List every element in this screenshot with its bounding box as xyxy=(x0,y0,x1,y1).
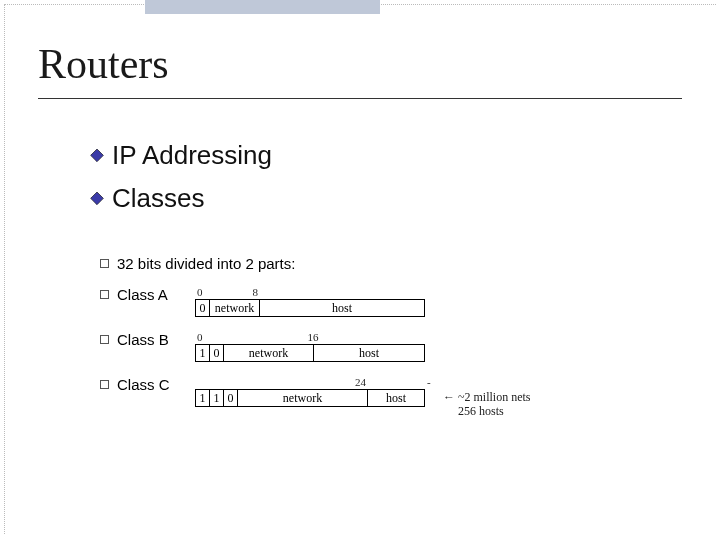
square-bullet-icon xyxy=(100,335,109,344)
square-bullet-icon xyxy=(100,290,109,299)
arrow-left-icon: ← xyxy=(443,390,455,404)
class-a-box: 0 8 0 network host xyxy=(195,286,425,317)
diamond-bullet-icon xyxy=(90,192,104,206)
annotation-line-1: ~2 million nets xyxy=(458,390,531,404)
square-bullet-icon xyxy=(100,259,109,268)
title-underline xyxy=(38,98,682,99)
class-a-ticks: 0 8 xyxy=(195,286,425,298)
class-b-network-cell: network xyxy=(224,345,314,361)
class-c-row: Class C 24 1 1 0 network host - ← ~2 mil… xyxy=(100,376,620,419)
class-b-ticks: 0 16 xyxy=(195,331,425,343)
class-b-host-cell: host xyxy=(314,345,424,361)
class-c-host-cell: host xyxy=(368,390,424,406)
tick-8: 8 xyxy=(253,286,259,298)
class-a-host-cell: host xyxy=(260,300,424,316)
svg-rect-0 xyxy=(91,149,104,162)
class-b-bit-1: 0 xyxy=(210,345,224,361)
list-item-label: Classes xyxy=(112,183,204,214)
list-item: Classes xyxy=(90,183,272,214)
class-b-box: 0 16 1 0 network host xyxy=(195,331,425,362)
class-c-ticks: 24 xyxy=(195,376,425,388)
annotation-dash: - xyxy=(427,376,531,388)
top-level-bullet-list: IP Addressing Classes xyxy=(90,140,272,226)
slide-title: Routers xyxy=(38,40,169,88)
class-c-bit-0: 1 xyxy=(196,390,210,406)
class-b-label: Class B xyxy=(117,331,195,348)
class-c-annotation: ← ~2 million nets ← 256 hosts xyxy=(443,390,531,419)
class-a-row: Class A 0 8 0 network host xyxy=(100,286,620,317)
class-c-box: 24 1 1 0 network host xyxy=(195,376,425,407)
class-c-label: Class C xyxy=(117,376,195,393)
class-b-bit-0: 1 xyxy=(196,345,210,361)
class-b-fields: 1 0 network host xyxy=(195,344,425,362)
list-item: IP Addressing xyxy=(90,140,272,171)
class-c-bit-2: 0 xyxy=(224,390,238,406)
diamond-bullet-icon xyxy=(90,149,104,163)
ip-classes-diagram: 32 bits divided into 2 parts: Class A 0 … xyxy=(100,255,620,419)
page-dotted-rule-left xyxy=(4,4,42,534)
class-c-network-cell: network xyxy=(238,390,368,406)
list-item-label: IP Addressing xyxy=(112,140,272,171)
class-c-fields: 1 1 0 network host xyxy=(195,389,425,407)
class-b-row: Class B 0 16 1 0 network host xyxy=(100,331,620,362)
class-a-leading-bit: 0 xyxy=(196,300,210,316)
class-c-bit-1: 1 xyxy=(210,390,224,406)
svg-rect-1 xyxy=(91,192,104,205)
tick-24: 24 xyxy=(355,376,366,388)
tick-16: 16 xyxy=(308,331,319,343)
class-a-fields: 0 network host xyxy=(195,299,425,317)
diagram-intro-text: 32 bits divided into 2 parts: xyxy=(117,255,295,272)
square-bullet-icon xyxy=(100,380,109,389)
class-a-network-cell: network xyxy=(210,300,260,316)
diagram-intro-row: 32 bits divided into 2 parts: xyxy=(100,255,620,272)
annotation-line-2: 256 hosts xyxy=(458,404,504,418)
class-c-annotation-group: - ← ~2 million nets ← 256 hosts xyxy=(425,376,531,419)
class-a-label: Class A xyxy=(117,286,195,303)
decorative-top-bar xyxy=(145,0,380,14)
